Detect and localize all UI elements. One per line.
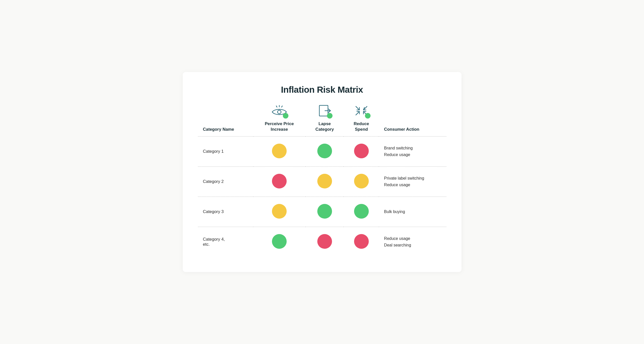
category-name: Category 1 bbox=[198, 137, 253, 167]
reduce-dot-cell bbox=[344, 137, 379, 167]
perceive-dot bbox=[272, 174, 287, 188]
perceive-dot-cell bbox=[253, 197, 306, 227]
reduce-badge bbox=[365, 113, 371, 119]
lapse-dot-cell bbox=[306, 227, 344, 257]
reduce-dot-cell bbox=[344, 167, 379, 197]
perceive-dot bbox=[272, 204, 287, 219]
lapse-dot bbox=[317, 204, 332, 219]
matrix-table: Category Name bbox=[198, 105, 446, 257]
perceive-icon-wrapper bbox=[258, 105, 301, 119]
svg-line-1 bbox=[276, 106, 277, 107]
reduce-dot bbox=[354, 204, 369, 219]
lapse-icon-wrapper bbox=[311, 105, 339, 119]
page-title: Inflation Risk Matrix bbox=[198, 85, 446, 95]
perceive-dot-cell bbox=[253, 227, 306, 257]
lapse-dot bbox=[317, 174, 332, 188]
perceive-dot-cell bbox=[253, 167, 306, 197]
table-header-row: Category Name bbox=[198, 105, 446, 136]
consumer-action: Reduce usage Deal searching bbox=[379, 227, 446, 257]
lapse-badge bbox=[327, 113, 333, 119]
col-header-category: Category Name bbox=[198, 105, 253, 136]
consumer-action: Bulk buying bbox=[379, 197, 446, 227]
main-container: Inflation Risk Matrix Category Name bbox=[183, 72, 462, 272]
reduce-icon-wrapper bbox=[349, 105, 374, 119]
reduce-dot bbox=[354, 174, 369, 188]
reduce-dot bbox=[354, 144, 369, 158]
category-name: Category 2 bbox=[198, 167, 253, 197]
svg-line-8 bbox=[356, 111, 359, 115]
category-name: Category 4, etc. bbox=[198, 227, 253, 257]
lapse-dot bbox=[317, 234, 332, 249]
lapse-icon bbox=[318, 105, 332, 119]
col-header-lapse: Lapse Category bbox=[306, 105, 344, 136]
perceive-dot bbox=[272, 144, 287, 158]
svg-line-2 bbox=[282, 106, 282, 107]
table-row: Category 1Brand switching Reduce usage bbox=[198, 137, 446, 167]
table-row: Category 4, etc.Reduce usage Deal search… bbox=[198, 227, 446, 257]
reduce-dot bbox=[354, 234, 369, 249]
consumer-action: Brand switching Reduce usage bbox=[379, 137, 446, 167]
table-row: Category 3Bulk buying bbox=[198, 197, 446, 227]
perceive-dot-cell bbox=[253, 137, 306, 167]
col-header-reduce: Reduce Spend bbox=[344, 105, 379, 136]
eye-icon bbox=[271, 105, 287, 119]
lapse-dot-cell bbox=[306, 197, 344, 227]
col-header-action: Consumer Action bbox=[379, 105, 446, 136]
consumer-action: Private label switching Reduce usage bbox=[379, 167, 446, 197]
lapse-dot-cell bbox=[306, 137, 344, 167]
col-header-perceive: Perceive Price Increase bbox=[253, 105, 306, 136]
lapse-dot-cell bbox=[306, 167, 344, 197]
reduce-icon bbox=[353, 105, 370, 119]
category-name: Category 3 bbox=[198, 197, 253, 227]
perceive-dot bbox=[272, 234, 287, 249]
perceive-badge bbox=[283, 113, 288, 119]
svg-point-3 bbox=[278, 110, 281, 114]
reduce-dot-cell bbox=[344, 227, 379, 257]
svg-line-6 bbox=[356, 106, 359, 110]
lapse-dot bbox=[317, 144, 332, 158]
table-body: Category 1Brand switching Reduce usageCa… bbox=[198, 137, 446, 257]
reduce-dot-cell bbox=[344, 197, 379, 227]
table-row: Category 2Private label switching Reduce… bbox=[198, 167, 446, 197]
